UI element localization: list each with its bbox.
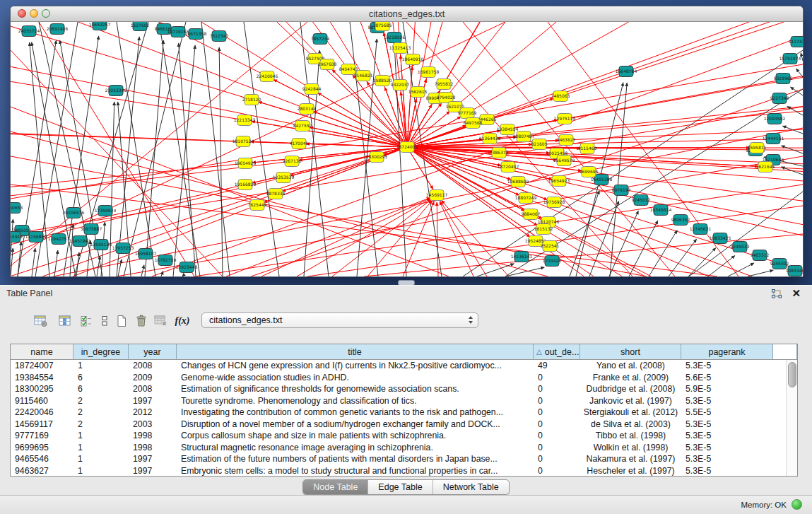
cell-out_degree: 0 [534, 383, 580, 395]
node-label: 9806352 [671, 217, 690, 222]
cell-pagerank: 5.3E-5 [681, 360, 773, 372]
close-panel-icon[interactable]: ✕ [792, 287, 801, 300]
node-label: 9227349 [770, 95, 789, 100]
node-label: 22420046 [257, 74, 278, 78]
table-body: 1872400712008Changes of HCN gene express… [11, 360, 797, 477]
node-label: 17359924 [95, 208, 117, 213]
node-label: 1083342 [786, 268, 803, 273]
table-options-button[interactable] [31, 311, 51, 331]
column-header-title[interactable]: title [177, 344, 534, 359]
cell-in_degree: 2 [73, 407, 129, 419]
node-label: 20691406 [47, 26, 69, 31]
column-header-name[interactable]: name [11, 344, 73, 359]
cell-name: 9699695 [11, 442, 73, 454]
node-label: 8979197 [612, 187, 631, 192]
cell-short: Jankovic et al. (1997) [580, 395, 681, 407]
network-view[interactable]: 2405572420691406106532571527602846616010… [11, 22, 803, 276]
node-label: 2718120 [242, 97, 261, 102]
row-selection-checks-button[interactable] [76, 311, 96, 331]
cell-pagerank: 5.3E-5 [681, 465, 773, 477]
column-header-short[interactable]: short [580, 344, 681, 359]
table-row[interactable]: 2242004622012Investigating the contribut… [11, 407, 797, 419]
table-scrollbar[interactable] [786, 360, 797, 476]
cell-in_degree: 1 [73, 360, 129, 372]
function-builder-button[interactable]: f(x) [172, 311, 192, 331]
table-selector-dropdown[interactable]: citations_edges.txt [201, 313, 478, 328]
table-row[interactable]: 1872400712008Changes of HCN gene express… [11, 360, 797, 372]
node-label: 10807487 [513, 134, 535, 139]
cell-in_degree: 1 [73, 442, 129, 454]
scrollbar-thumb[interactable] [788, 362, 796, 387]
memory-ok-indicator[interactable] [792, 499, 802, 510]
node-label: 3915912 [11, 234, 23, 239]
node-label: 19384554 [497, 127, 519, 132]
cell-in_degree: 1 [73, 430, 129, 442]
node-label: 8454743 [339, 66, 358, 71]
node-label: 24055724 [18, 28, 40, 33]
cell-pagerank: 5.3E-5 [681, 395, 773, 407]
node-label: 6497568 [464, 120, 483, 125]
node-label: 18724007 [396, 144, 418, 149]
cell-short: Franke et al. (2009) [580, 372, 681, 384]
node-label: 13505135 [90, 242, 112, 247]
table-row[interactable]: 1830029562008Estimation of significance … [11, 383, 797, 395]
delete-table-button[interactable] [151, 311, 171, 331]
node-label: 16405388 [591, 177, 613, 182]
node-label: 9242844 [302, 86, 322, 91]
node-label: 2522541 [541, 243, 560, 248]
column-header-year[interactable]: year [129, 344, 177, 359]
window-titlebar[interactable]: citations_edges.txt [11, 6, 803, 22]
node-label: 12923448 [176, 264, 198, 269]
column-visibility-button[interactable] [55, 311, 75, 331]
table-row[interactable]: 1938455462009Genome-wide association stu… [11, 372, 797, 384]
table-row[interactable]: 977716911998Corpus callosum shape and si… [11, 430, 797, 442]
minimize-window-button[interactable] [30, 9, 38, 18]
node-label: 16648784 [616, 69, 637, 74]
node-label: 7512347 [210, 33, 229, 38]
column-header-pagerank[interactable]: pagerank [681, 344, 773, 359]
cell-out_degree: 0 [534, 430, 580, 442]
node-label: 10653257 [89, 22, 111, 27]
node-label: 9463627 [557, 137, 576, 142]
node-label: 12213343 [234, 117, 256, 122]
column-header-in_degree[interactable]: in_degree [73, 344, 129, 359]
close-window-button[interactable] [18, 9, 26, 18]
cell-out_degree: 0 [534, 372, 580, 384]
node-label: 16671358 [185, 31, 207, 36]
node-label: 9115460 [578, 146, 597, 151]
node-label: 9146821 [354, 73, 373, 78]
network-window[interactable]: citations_edges.txt 24055724206914061065… [10, 6, 804, 277]
node-label: 9245002 [770, 261, 789, 266]
node-label: 9878334 [266, 191, 286, 196]
sort-ascending-icon: △ [536, 348, 542, 356]
table-row[interactable]: 946554611997Estimation of the future num… [11, 453, 797, 465]
node-label: 19654923 [548, 178, 570, 183]
tab-edge-table[interactable]: Edge Table [367, 480, 432, 494]
tab-node-table[interactable]: Node Table [303, 480, 367, 494]
zoom-window-button[interactable] [42, 9, 50, 18]
node-label: 1595811 [748, 145, 767, 150]
node-label: 12444151 [763, 136, 784, 141]
node-label: 15649579 [553, 158, 575, 163]
node-label: 3875685 [373, 23, 392, 28]
node-label: 16961758 [418, 69, 440, 74]
cell-pagerank: 5.5E-5 [681, 407, 773, 419]
table-row[interactable]: 1456911722003Disruption of a novel membe… [11, 419, 797, 431]
cell-title: Tourette syndrome. Phenomenology and cla… [177, 395, 534, 407]
node-label: 10833425 [710, 235, 731, 240]
table-row[interactable]: 911546021997Tourette syndrome. Phenomeno… [11, 395, 797, 407]
cell-out_degree: 49 [534, 360, 580, 372]
table-row[interactable]: 969969511998Structural magnetic resonanc… [11, 442, 797, 454]
column-header-out_degree[interactable]: △out_de... [534, 344, 580, 359]
table-row[interactable]: 946362711997Embryonic stem cells: a mode… [11, 465, 797, 477]
node-label: 19218506 [384, 35, 406, 40]
cell-in_degree: 6 [73, 383, 129, 395]
node-label: 12942757 [48, 236, 70, 241]
float-panel-icon[interactable] [771, 289, 782, 299]
delete-column-button[interactable] [131, 311, 151, 331]
table-panel: Table Panel ✕ [0, 285, 812, 496]
node-label: 16958107 [135, 251, 157, 256]
node-label: 7625445 [248, 202, 267, 207]
tab-network-table[interactable]: Network Table [433, 480, 509, 494]
create-column-button[interactable] [112, 311, 131, 331]
